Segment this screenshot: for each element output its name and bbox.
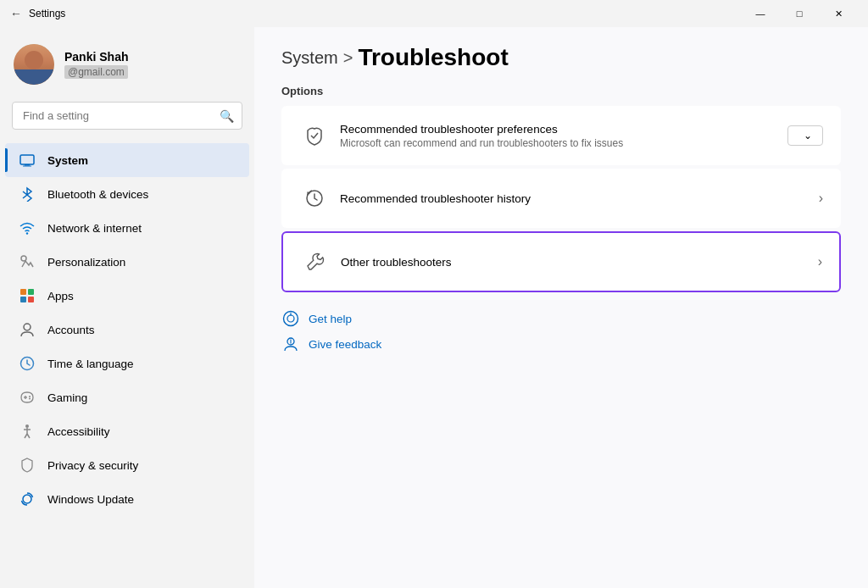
svg-point-24 <box>290 314 292 316</box>
sidebar-item-network[interactable]: Network & internet <box>5 211 249 245</box>
sidebar-item-accessibility[interactable]: Accessibility <box>5 414 249 448</box>
get-help-label: Get help <box>309 313 352 325</box>
sidebar-item-label: Windows Update <box>47 493 134 506</box>
svg-point-15 <box>25 424 29 428</box>
minimize-button[interactable]: — <box>741 0 780 27</box>
svg-point-20 <box>23 495 31 503</box>
svg-rect-6 <box>28 289 34 295</box>
close-button[interactable]: ✕ <box>819 0 858 27</box>
svg-point-23 <box>287 315 294 322</box>
other-troubleshooters-title: Other troubleshooters <box>341 256 808 269</box>
sidebar-item-gaming[interactable]: Gaming <box>5 380 249 414</box>
svg-rect-5 <box>20 289 26 295</box>
back-arrow-icon[interactable]: ← <box>10 7 22 20</box>
apps-icon <box>19 287 36 304</box>
history-title: Recommended troubleshooter history <box>340 192 809 205</box>
svg-point-3 <box>26 232 28 234</box>
svg-point-4 <box>21 256 26 261</box>
sidebar-item-label: Time & language <box>47 358 134 370</box>
svg-point-14 <box>29 398 31 400</box>
other-troubleshooters-action: › <box>818 254 822 269</box>
content-area: System > Troubleshoot Options Recommende… <box>254 27 868 588</box>
accounts-icon <box>19 321 36 338</box>
give-feedback-label: Give feedback <box>309 338 381 351</box>
breadcrumb-current: Troubleshoot <box>358 44 508 71</box>
title-bar-controls: — □ ✕ <box>741 0 858 27</box>
history-icon <box>299 183 330 214</box>
get-help-link[interactable]: Get help <box>281 309 841 328</box>
recommended-prefs-action: ⌄ <box>787 125 823 146</box>
wrench-icon <box>300 247 331 277</box>
svg-rect-1 <box>25 164 30 166</box>
sidebar-item-time[interactable]: Time & language <box>5 347 249 380</box>
privacy-icon <box>19 457 36 474</box>
svg-rect-0 <box>20 155 34 164</box>
svg-line-18 <box>25 434 27 438</box>
update-icon <box>19 491 36 508</box>
sidebar-item-label: Bluetooth & devices <box>47 188 148 201</box>
user-profile[interactable]: Panki Shah @gmail.com <box>0 31 254 102</box>
network-icon <box>19 219 36 236</box>
title-bar: ← Settings — □ ✕ <box>0 0 868 27</box>
chevron-right-icon-2: › <box>818 254 822 269</box>
title-bar-title: Settings <box>29 8 65 19</box>
breadcrumb-parent[interactable]: System <box>281 48 338 68</box>
history-text: Recommended troubleshooter history <box>330 192 819 205</box>
recommended-prefs-icon <box>299 120 330 151</box>
other-troubleshooters-text: Other troubleshooters <box>331 256 818 269</box>
sidebar-item-bluetooth[interactable]: Bluetooth & devices <box>5 177 249 211</box>
sidebar-item-label: Gaming <box>47 391 87 404</box>
sidebar-item-label: Personalization <box>47 256 125 269</box>
user-email: @gmail.com <box>64 65 128 79</box>
breadcrumb: System > Troubleshoot <box>281 44 841 71</box>
sidebar-item-label: Privacy & security <box>47 459 138 472</box>
chevron-down-icon: ⌄ <box>804 130 812 141</box>
app-body: Panki Shah @gmail.com 🔍 System <box>0 27 868 588</box>
breadcrumb-separator: > <box>343 48 353 68</box>
sidebar-item-accounts[interactable]: Accounts <box>5 313 249 347</box>
feedback-icon <box>281 335 300 353</box>
sidebar-item-apps[interactable]: Apps <box>5 279 249 313</box>
search-input[interactable] <box>12 102 242 130</box>
sidebar-item-label: Accounts <box>47 324 95 336</box>
sidebar-item-privacy[interactable]: Privacy & security <box>5 448 249 482</box>
svg-point-9 <box>24 324 31 330</box>
svg-rect-8 <box>28 297 34 302</box>
recommended-prefs-dropdown[interactable]: ⌄ <box>787 125 823 146</box>
card-other-troubleshooters[interactable]: Other troubleshooters › <box>281 231 841 292</box>
user-name: Panki Shah <box>64 50 128 64</box>
get-help-icon <box>281 309 300 328</box>
system-icon <box>19 152 36 169</box>
search-box: 🔍 <box>12 102 242 130</box>
sidebar: Panki Shah @gmail.com 🔍 System <box>0 27 254 588</box>
search-icon: 🔍 <box>220 109 234 123</box>
chevron-right-icon: › <box>819 191 823 206</box>
bluetooth-icon <box>19 186 36 202</box>
gaming-icon <box>19 389 36 406</box>
sidebar-item-personalization[interactable]: Personalization <box>5 245 249 279</box>
maximize-button[interactable]: □ <box>780 0 819 27</box>
sidebar-item-label: System <box>47 154 88 167</box>
recommended-prefs-text: Recommended troubleshooter preferences M… <box>330 123 787 149</box>
give-feedback-link[interactable]: Give feedback <box>281 335 841 353</box>
links-section: Get help Give feedback <box>281 309 841 353</box>
svg-rect-7 <box>20 297 26 302</box>
avatar <box>14 44 54 85</box>
sidebar-item-label: Accessibility <box>47 425 110 438</box>
svg-rect-2 <box>23 166 31 167</box>
sidebar-item-label: Network & internet <box>47 222 142 235</box>
personalization-icon <box>19 253 36 270</box>
nav-list: System Bluetooth & devices <box>0 143 254 516</box>
options-label: Options <box>281 85 841 97</box>
user-info: Panki Shah @gmail.com <box>64 50 128 79</box>
time-icon <box>19 355 36 372</box>
history-action: › <box>819 191 823 206</box>
title-bar-left: ← Settings <box>10 7 65 20</box>
sidebar-item-update[interactable]: Windows Update <box>5 482 249 516</box>
sidebar-item-system[interactable]: System <box>5 143 249 177</box>
accessibility-icon <box>19 423 36 440</box>
card-recommended-history[interactable]: Recommended troubleshooter history › <box>281 169 841 228</box>
card-recommended-prefs[interactable]: Recommended troubleshooter preferences M… <box>281 106 841 165</box>
svg-point-13 <box>29 396 31 397</box>
recommended-prefs-subtitle: Microsoft can recommend and run troubles… <box>340 137 777 149</box>
